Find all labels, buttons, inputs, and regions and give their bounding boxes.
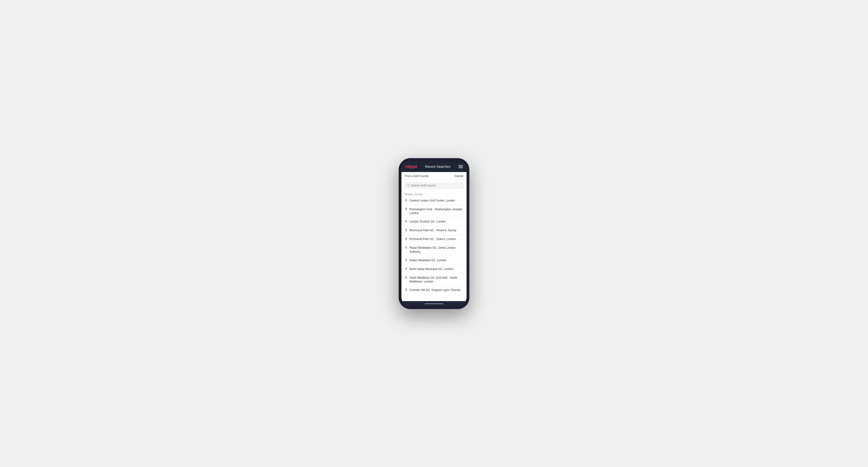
course-item[interactable]: Brent Valley Municipal GC, London [401,265,467,274]
pin-icon [405,276,408,280]
pin-icon [405,246,408,250]
course-item[interactable]: Central London Golf Centre, London [401,196,467,205]
app-header: clippd Recent Searches [401,161,467,172]
courses-list: Nearby courses Central London Golf Centr… [401,191,467,301]
find-label: Find a Golf Course [405,175,429,178]
course-item[interactable]: Roehampton Club - Roehampton, Greater Lo… [401,205,467,218]
pin-icon [405,208,408,212]
pin-icon [405,259,408,262]
pin-icon [405,268,408,271]
pin-icon [405,199,408,203]
phone-frame: clippd Recent Searches Find a Golf Cours… [399,158,469,309]
course-items-container: Central London Golf Centre, London Roeha… [401,196,467,295]
course-name: Richmond Park GC - Prince's, Surrey [409,228,456,232]
pin-icon [405,238,408,241]
home-indicator [401,301,467,306]
phone-screen: clippd Recent Searches Find a Golf Cours… [401,161,467,306]
course-item[interactable]: Coombe Hill GC, Kingston upon Thames [401,286,467,295]
course-name: Royal Wimbledon GC, Great London Authori… [409,246,463,254]
find-bar: Find a Golf Course Cancel [401,172,467,180]
nearby-section-label: Nearby courses [401,191,467,196]
app-logo: clippd [405,164,417,169]
search-input[interactable] [411,184,461,187]
search-container [401,180,467,191]
course-name: Roehampton Club - Roehampton, Greater Lo… [409,208,463,215]
course-item[interactable]: Richmond Park GC - Duke's, London [401,235,467,244]
course-name: Dukes Meadows GC, London [409,258,446,262]
course-name: London Scottish GC, London [409,220,446,224]
course-name: Richmond Park GC - Duke's, London [409,237,456,241]
course-item[interactable]: North Middlesex GC (1011942 - North Midd… [401,274,467,286]
course-name: Coombe Hill GC, Kingston upon Thames [409,288,461,292]
svg-line-1 [408,186,409,186]
pin-icon [405,220,408,224]
course-name: Central London Golf Centre, London [409,199,455,203]
search-icon [407,184,409,187]
course-name: North Middlesex GC (1011942 - North Midd… [409,276,463,284]
cancel-button[interactable]: Cancel [455,175,463,178]
course-name: Brent Valley Municipal GC, London [409,267,453,271]
search-input-wrapper [404,182,464,189]
course-item[interactable]: Richmond Park GC - Prince's, Surrey [401,226,467,235]
menu-icon[interactable] [459,165,463,168]
course-item[interactable]: Royal Wimbledon GC, Great London Authori… [401,244,467,256]
pin-icon [405,229,408,233]
course-item[interactable]: London Scottish GC, London [401,218,467,226]
header-title: Recent Searches [425,165,450,168]
course-item[interactable]: Dukes Meadows GC, London [401,256,467,265]
pin-icon [405,288,408,292]
home-bar [425,303,443,304]
